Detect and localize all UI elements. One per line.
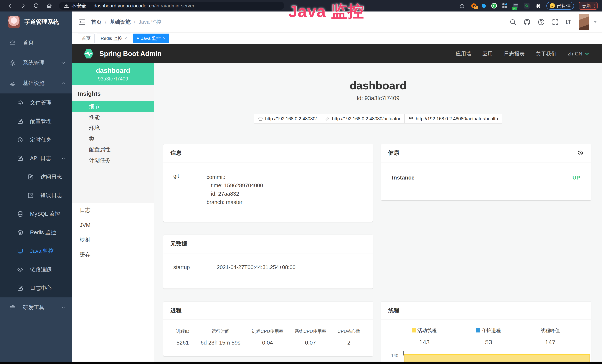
app-logo	[8, 16, 20, 28]
sba-nav-about[interactable]: 关于我们	[536, 50, 557, 57]
monitor-icon	[17, 248, 23, 254]
log-icon	[17, 155, 23, 161]
user-avatar[interactable]	[579, 14, 589, 30]
sba-main: dashboard Id: 93a3fc7f7409 http://192.16…	[154, 63, 602, 362]
extension-orange-icon[interactable]: 1	[471, 3, 476, 8]
fullscreen-icon[interactable]	[552, 18, 559, 26]
sidebar-item-file-management[interactable]: 文件管理	[0, 94, 72, 112]
user-menu-caret-icon[interactable]	[593, 21, 597, 23]
sba-item-scheduled-tasks[interactable]: 计划任务	[72, 155, 154, 166]
extension-list-icon[interactable]: on	[513, 3, 518, 8]
metadata-card: 元数据 startup 2021-04-27T00:44:31.254+08:0…	[163, 235, 373, 289]
locale-selector[interactable]: zh-CN	[568, 51, 590, 57]
layers-icon	[17, 229, 23, 236]
sidebar-item-trace[interactable]: 链路追踪	[0, 260, 72, 279]
home-browser-icon[interactable]	[46, 3, 52, 9]
extension-green-icon[interactable]	[491, 3, 497, 9]
history-icon[interactable]	[577, 150, 584, 156]
reload-icon[interactable]	[33, 3, 39, 9]
sidebar-item-home[interactable]: 首页	[0, 32, 72, 53]
security-label: 不安全	[72, 3, 86, 9]
paused-label: 已暂停	[557, 3, 571, 9]
infrastructure-submenu: 文件管理 配置管理 定时任务 API 日志 访问日志 错误日志 MySQL 监控	[0, 94, 72, 298]
sba-item-caches[interactable]: 缓存	[72, 247, 154, 262]
sba-item-mappings[interactable]: 映射	[72, 233, 154, 247]
sba-nav-applications[interactable]: 应用	[483, 50, 493, 57]
insights-heading: Insights	[72, 85, 154, 101]
browser-toolbar: 不安全 dashboard.yudao.iocoder.cn/infra/adm…	[0, 0, 602, 11]
sba-item-logs[interactable]: 日志	[72, 203, 154, 218]
sba-logo-icon[interactable]	[83, 48, 95, 60]
sba-item-details[interactable]: 细节	[72, 101, 154, 112]
textsize-icon[interactable]: tT	[566, 19, 571, 25]
back-icon[interactable]	[7, 3, 13, 9]
sidebar-item-error-logs[interactable]: 错误日志	[0, 186, 72, 205]
sidebar-item-api-logs[interactable]: API 日志	[0, 149, 72, 168]
sidebar-item-redis-monitor[interactable]: Redis 监控	[0, 223, 72, 242]
sidebar-item-system[interactable]: 系统管理	[0, 53, 72, 73]
sidebar-item-access-logs[interactable]: 访问日志	[0, 168, 72, 186]
sidebar-item-infrastructure[interactable]: 基础设施	[0, 73, 72, 94]
sba-item-classes[interactable]: 类	[72, 134, 154, 144]
sba-nav-journal[interactable]: 日志报表	[504, 50, 525, 57]
bookmark-star-icon[interactable]	[459, 3, 465, 9]
browser-menu-kebab-icon[interactable]	[594, 4, 595, 8]
sidebar-item-log-center[interactable]: 日志中心	[0, 279, 72, 298]
edit-icon	[17, 118, 23, 124]
extension-badge: 1	[474, 6, 478, 9]
wrench-icon	[325, 116, 330, 121]
tab-java-monitor[interactable]: Java 监控 ×	[133, 33, 169, 43]
tab-home[interactable]: 首页	[78, 33, 95, 43]
sba-item-jvm[interactable]: JVM	[72, 218, 154, 233]
log-icon	[27, 174, 34, 180]
sidebar-item-dev-tools[interactable]: 研发工具	[0, 298, 72, 318]
close-icon[interactable]: ×	[163, 36, 165, 41]
app-logo-row[interactable]: 芋道管理系统	[0, 11, 72, 32]
profile-paused-chip[interactable]: 已暂停	[546, 2, 574, 10]
breadcrumb: 首页 / 基础设施 / Java 监控	[91, 19, 161, 26]
eye-icon	[17, 267, 23, 273]
search-icon[interactable]	[509, 18, 517, 26]
sba-nav: 应用墙 应用 日志报表 关于我们 zh-CN	[456, 50, 590, 57]
sidebar-item-mysql-monitor[interactable]: MySQL 监控	[0, 205, 72, 223]
health-url-button[interactable]: http://192.168.0.2:48080/actuator/health	[405, 114, 502, 124]
app-title: 芋道管理系统	[24, 18, 59, 26]
extensions-puzzle-icon[interactable]	[535, 3, 541, 9]
forward-icon[interactable]	[20, 3, 26, 9]
sba-item-config-props[interactable]: 配置属性	[72, 144, 154, 155]
metadata-card-header: 元数据	[163, 235, 373, 253]
sidebar-item-config-management[interactable]: 配置管理	[0, 112, 72, 130]
sba-instance-header[interactable]: dashboard 93a3fc7f7409	[72, 63, 154, 85]
sidebar-item-scheduled-jobs[interactable]: 定时任务	[0, 130, 72, 149]
extension-grid-icon[interactable]	[502, 3, 507, 8]
threads-card-header: 线程	[381, 301, 591, 320]
instance-id: Id: 93a3fc7f7409	[154, 95, 602, 102]
sba-item-environment[interactable]: 环境	[72, 123, 154, 134]
info-git-row: git commit: time: 1596289704000 id: 27aa…	[170, 171, 366, 211]
tab-redis-monitor[interactable]: Redis 监控 ×	[97, 33, 131, 43]
sba-brand[interactable]: Spring Boot Admin	[99, 50, 162, 58]
actuator-url-button[interactable]: http://192.168.0.2:48080/actuator	[321, 114, 405, 124]
extension-zoom-icon[interactable]	[524, 3, 529, 9]
chart-area-live-threads	[404, 354, 590, 362]
close-icon[interactable]: ×	[124, 36, 127, 41]
browser-update-chip[interactable]: 更新	[579, 2, 598, 10]
chevron-down-icon	[60, 305, 66, 310]
extension-pin-icon[interactable]	[482, 4, 486, 8]
address-bar[interactable]: 不安全 dashboard.yudao.iocoder.cn/infra/adm…	[59, 2, 284, 10]
info-card: 信息 git commit: time: 1596289704000 id: 2…	[163, 144, 373, 222]
hamburger-icon[interactable]	[78, 18, 86, 26]
breadcrumb-infra[interactable]: 基础设施	[110, 19, 130, 26]
service-url-button[interactable]: http://192.168.0.2:48080/	[254, 114, 321, 124]
legend-live-threads: 活动线程 143	[412, 327, 437, 346]
github-icon[interactable]	[523, 18, 531, 26]
process-card: 进程 进程ID5261 运行时间6d 23h 15m 59s 进程CPU使用率0…	[163, 301, 373, 356]
sba-item-metrics[interactable]: 性能	[72, 112, 154, 123]
sba-nav-wallboard[interactable]: 应用墙	[456, 50, 471, 57]
sidebar-item-java-monitor[interactable]: Java 监控	[0, 242, 72, 260]
help-icon[interactable]	[538, 18, 545, 26]
sba-navbar: Spring Boot Admin 应用墙 应用 日志报表 关于我们 zh-CN	[72, 44, 602, 63]
insights-section: Insights 细节 性能 环境 类 配置属性 计划任务	[72, 85, 154, 203]
breadcrumb-home[interactable]: 首页	[91, 19, 102, 26]
process-card-header: 进程	[163, 301, 373, 320]
